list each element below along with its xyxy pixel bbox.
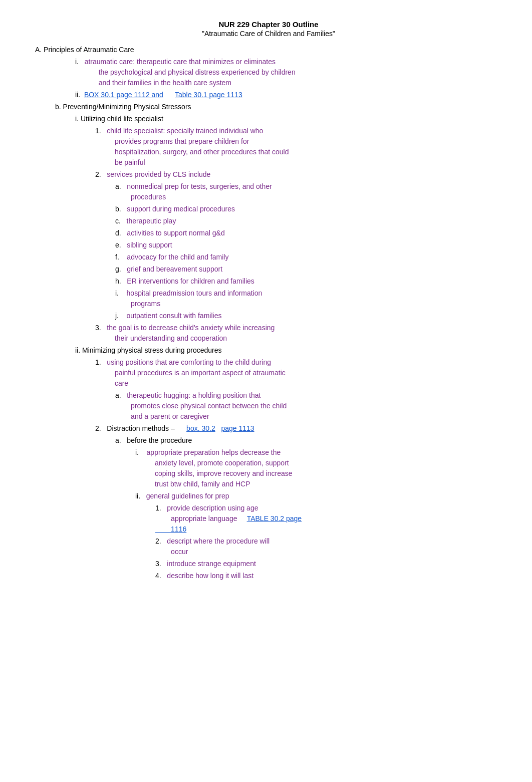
section-a-i: i. atraumatic care: therapeutic care tha… xyxy=(75,57,502,88)
cls-service-a: a. nonmedical prep for tests, surgeries,… xyxy=(115,181,502,202)
cls-service-d: d. activities to support normal g&d xyxy=(115,228,502,238)
distraction-label: Distraction methods – xyxy=(107,424,186,432)
spacer xyxy=(163,91,175,99)
distraction-item-2: 2. Distraction methods – box. 30.2 page … xyxy=(95,423,502,434)
prep-i: i. appropriate preparation helps decreas… xyxy=(135,447,502,489)
minimizing-label: ii. Minimizing physical stress during pr… xyxy=(75,346,222,354)
cls-goal: the goal is to decrease child's anxiety … xyxy=(95,324,275,342)
letter-i: i. xyxy=(115,289,127,297)
cls-def: child life specialist: specially trained… xyxy=(95,127,289,166)
guideline-2: 2. descript where the procedure will occ… xyxy=(155,536,502,557)
letter-e: e. xyxy=(115,241,127,249)
cls-service-e: e. sibling support xyxy=(115,240,502,250)
cls-service-i: i. hospital preadmission tours and infor… xyxy=(115,288,502,309)
prep-text: appropriate preparation helps decrease t… xyxy=(135,448,293,488)
letter-b: b. xyxy=(115,205,127,213)
roman-i: i. xyxy=(75,58,85,66)
letter-h: h. xyxy=(115,277,127,285)
cls-service-j: j. outpatient consult with families xyxy=(115,311,502,321)
num-2c: 2. xyxy=(155,537,167,545)
guideline-2-text: descript where the procedure will occur xyxy=(155,537,270,556)
letter-c: c. xyxy=(115,217,127,225)
roman-ii2: ii. xyxy=(135,492,146,500)
guidelines-ii: ii. general guidelines for prep xyxy=(135,491,502,501)
table-link[interactable]: Table 30.1 page 1113 xyxy=(175,91,242,99)
cls-item-3: 3. the goal is to decrease child's anxie… xyxy=(95,323,502,344)
positions-item-1: 1. using positions that are comforting t… xyxy=(95,357,502,389)
letter-d: d. xyxy=(115,229,127,237)
therapeutic-hugging: a. therapeutic hugging: a holding positi… xyxy=(115,390,502,422)
section-b-i-label: i. Utilizing child life specialist xyxy=(75,114,502,124)
section-b-text: b. Preventing/Minimizing Physical Stress… xyxy=(55,103,191,111)
utilizing-cls-label: i. Utilizing child life specialist xyxy=(75,115,163,123)
cls-service-f: f. advocacy for the child and family xyxy=(115,252,502,263)
atraumatic-care-def: atraumatic care: therapeutic care that m… xyxy=(75,58,296,87)
positions-text: using positions that are comforting to t… xyxy=(95,358,286,387)
page-1113-link[interactable]: page 1113 xyxy=(221,424,254,432)
num-1c: 1. xyxy=(155,504,167,512)
section-a-ii: ii. BOX 30.1 page 1112 and Table 30.1 pa… xyxy=(75,90,502,100)
letter-a: a. xyxy=(115,182,127,190)
spacer2 xyxy=(215,424,221,432)
num-3c: 3. xyxy=(155,560,167,568)
roman-ii: ii. xyxy=(75,91,84,99)
box-link[interactable]: BOX 30.1 page 1112 and xyxy=(84,91,163,99)
section-a-text: A. Principles of Atraumatic Care xyxy=(35,46,134,54)
guideline-1-text: provide description using age appropriat… xyxy=(155,504,258,523)
box-30-2-link[interactable]: box. 30.2 xyxy=(186,424,215,432)
section-b-ii-label: ii. Minimizing physical stress during pr… xyxy=(75,345,502,356)
document-outline: NUR 229 Chapter 30 Outline "Atraumatic C… xyxy=(35,20,502,581)
before-procedure: a. before the procedure xyxy=(115,435,502,446)
page-subtitle: "Atraumatic Care of Children and Familie… xyxy=(35,30,502,38)
guideline-4: 4. describe how long it will last xyxy=(155,571,502,581)
num-1: 1. xyxy=(95,127,107,135)
letter-a3: a. xyxy=(115,436,127,444)
before-text: before the procedure xyxy=(127,436,192,444)
letter-a2: a. xyxy=(115,391,127,399)
cls-service-g: g. grief and bereavement support xyxy=(115,264,502,275)
num-4c: 4. xyxy=(155,572,167,580)
cls-service-c: c. therapeutic play xyxy=(115,216,502,226)
cls-item-1: 1. child life specialist: specially trai… xyxy=(95,126,502,168)
guideline-4-text: describe how long it will last xyxy=(167,572,253,580)
section-a-label: A. Principles of Atraumatic Care xyxy=(35,45,502,55)
cls-service-b: b. support during medical procedures xyxy=(115,204,502,214)
guideline-3-text: introduce strange equipment xyxy=(167,560,255,568)
guideline-3: 3. introduce strange equipment xyxy=(155,559,502,569)
guideline-1: 1. provide description using age appropr… xyxy=(155,503,502,535)
num-3: 3. xyxy=(95,324,107,332)
letter-j: j. xyxy=(115,312,127,320)
roman-i2: i. xyxy=(135,448,147,456)
num-2: 2. xyxy=(95,170,107,178)
cls-item-2: 2. services provided by CLS include xyxy=(95,169,502,180)
section-b-label: b. Preventing/Minimizing Physical Stress… xyxy=(55,102,502,112)
guidelines-text: general guidelines for prep xyxy=(146,492,229,500)
letter-f: f. xyxy=(115,253,127,261)
letter-g: g. xyxy=(115,265,127,273)
hugging-text: therapeutic hugging: a holding position … xyxy=(115,391,287,420)
cls-service-h: h. ER interventions for children and fam… xyxy=(115,276,502,287)
page-title: NUR 229 Chapter 30 Outline xyxy=(35,20,502,29)
cls-services: services provided by CLS include xyxy=(107,170,210,178)
num-2b: 2. xyxy=(95,424,107,432)
num-1b: 1. xyxy=(95,358,107,366)
